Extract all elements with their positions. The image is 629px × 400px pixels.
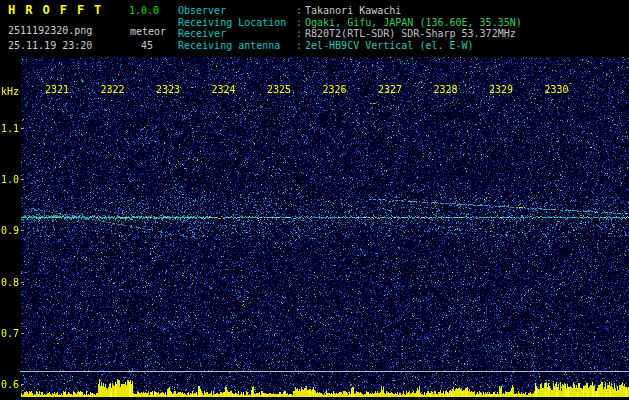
spectrogram-canvas: [0, 55, 629, 400]
time-tick-label: 2324: [212, 84, 236, 95]
y-axis-unit: kHz: [1, 86, 19, 97]
time-tick-label: 2325: [267, 84, 291, 95]
time-tick-label: 2326: [323, 84, 347, 95]
hrofft-window: HROFFT 1.0.0 2511192320.png meteor 25.11…: [0, 0, 629, 400]
time-tick-label: 2327: [378, 84, 402, 95]
time-tick-label: 2330: [545, 84, 569, 95]
freq-tick-label: 0.8: [1, 277, 19, 288]
freq-tick-label: 1.0: [1, 174, 19, 185]
time-tick-label: 2323: [156, 84, 180, 95]
time-tick-label: 2321: [45, 84, 69, 95]
freq-tick-label: 1.1: [1, 123, 19, 134]
time-tick-label: 2329: [489, 84, 513, 95]
freq-tick-label: 0.9: [1, 225, 19, 236]
freq-tick-label: 0.6: [1, 379, 19, 390]
time-tick-label: 2322: [101, 84, 125, 95]
time-tick-label: 2328: [434, 84, 458, 95]
spectrogram-panel: kHz 232123222323232423252326232723282329…: [0, 0, 629, 400]
freq-tick-label: 0.7: [1, 328, 19, 339]
